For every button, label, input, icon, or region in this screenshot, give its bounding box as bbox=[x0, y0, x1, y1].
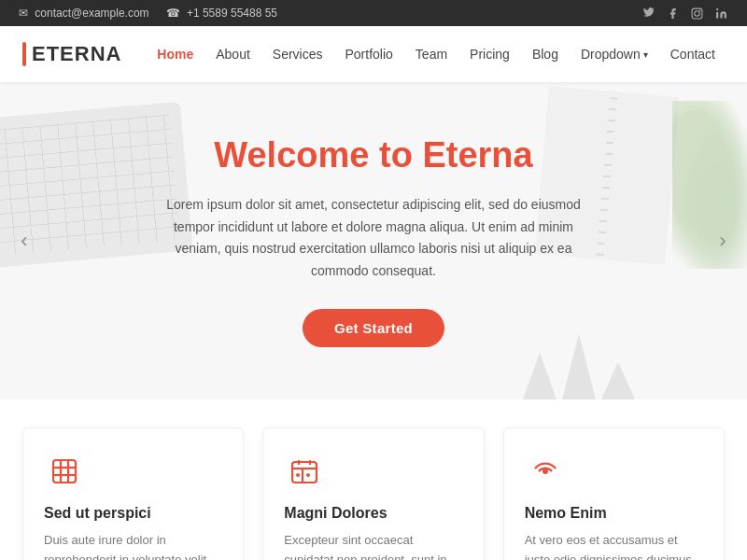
hero-title: Welcome to Eterna bbox=[149, 134, 598, 177]
header: ETERNA Home About Services Portfolio Tea… bbox=[0, 26, 747, 82]
card-2-title: Magni Dolores bbox=[284, 505, 462, 522]
hero-title-highlight: Eterna bbox=[422, 135, 532, 175]
nav-item-about[interactable]: About bbox=[206, 41, 260, 67]
svg-point-3 bbox=[716, 8, 718, 10]
logo-text: ETERNA bbox=[32, 42, 121, 66]
logo[interactable]: ETERNA bbox=[22, 42, 121, 66]
card-3-desc: At vero eos et accusamus et iusto odio d… bbox=[525, 531, 703, 560]
email-contact: ✉ contact@example.com bbox=[19, 7, 149, 20]
nav-item-blog[interactable]: Blog bbox=[523, 41, 568, 67]
card-3-icon bbox=[525, 451, 566, 492]
hero-next-button[interactable]: › bbox=[708, 226, 738, 256]
twitter-icon[interactable] bbox=[641, 6, 655, 21]
topbar-contact: ✉ contact@example.com ☎ +1 5589 55488 55 bbox=[19, 7, 277, 20]
nav-item-portfolio[interactable]: Portfolio bbox=[336, 41, 402, 67]
svg-point-1 bbox=[694, 10, 698, 15]
card-2-icon bbox=[284, 451, 325, 492]
card-1-icon bbox=[44, 451, 85, 492]
card-2: Magni Dolores Excepteur sint occaecat cu… bbox=[262, 427, 484, 560]
svg-point-2 bbox=[698, 9, 700, 11]
card-1-title: Sed ut perspici bbox=[44, 505, 222, 522]
nav-item-home[interactable]: Home bbox=[148, 41, 203, 67]
phone-contact: ☎ +1 5589 55488 55 bbox=[166, 7, 277, 20]
nav-item-team[interactable]: Team bbox=[406, 41, 457, 67]
instagram-icon[interactable] bbox=[689, 6, 704, 21]
nav-item-dropdown[interactable]: Dropdown ▾ bbox=[571, 41, 657, 67]
dropdown-arrow: ▾ bbox=[643, 49, 648, 60]
hero-section: ‹ Welcome to Eterna Lorem ipsum dolor si… bbox=[0, 82, 747, 399]
hero-description: Lorem ipsum dolor sit amet, consectetur … bbox=[149, 194, 598, 283]
hero-cta-button[interactable]: Get Started bbox=[303, 309, 444, 347]
hero-prev-button[interactable]: ‹ bbox=[9, 226, 39, 256]
card-1: Sed ut perspici Duis aute irure dolor in… bbox=[22, 427, 244, 560]
nav-item-services[interactable]: Services bbox=[263, 41, 332, 67]
facebook-icon[interactable] bbox=[665, 6, 680, 21]
main-nav: Home About Services Portfolio Team Prici… bbox=[148, 41, 725, 67]
cards-section: Sed ut perspici Duis aute irure dolor in… bbox=[0, 399, 747, 560]
nav-item-contact[interactable]: Contact bbox=[661, 41, 725, 67]
svg-rect-0 bbox=[692, 8, 702, 19]
email-icon: ✉ bbox=[19, 7, 28, 20]
svg-point-13 bbox=[306, 473, 310, 477]
linkedin-icon[interactable] bbox=[713, 6, 728, 21]
phone-icon: ☎ bbox=[166, 7, 180, 20]
card-3: Nemo Enim At vero eos et accusamus et iu… bbox=[503, 427, 725, 560]
card-3-title: Nemo Enim bbox=[525, 505, 703, 522]
card-1-desc: Duis aute irure dolor in reprehenderit i… bbox=[44, 531, 222, 560]
social-icons bbox=[641, 6, 728, 21]
nav-item-pricing[interactable]: Pricing bbox=[460, 41, 519, 67]
card-2-desc: Excepteur sint occaecat cupidatat non pr… bbox=[284, 531, 462, 560]
hero-title-prefix: Welcome to bbox=[214, 135, 422, 175]
svg-rect-4 bbox=[53, 460, 76, 483]
logo-bar bbox=[22, 42, 26, 66]
topbar: ✉ contact@example.com ☎ +1 5589 55488 55 bbox=[0, 0, 747, 26]
hero-content: Welcome to Eterna Lorem ipsum dolor sit … bbox=[131, 134, 616, 347]
svg-point-12 bbox=[296, 473, 300, 477]
svg-rect-9 bbox=[292, 462, 317, 483]
